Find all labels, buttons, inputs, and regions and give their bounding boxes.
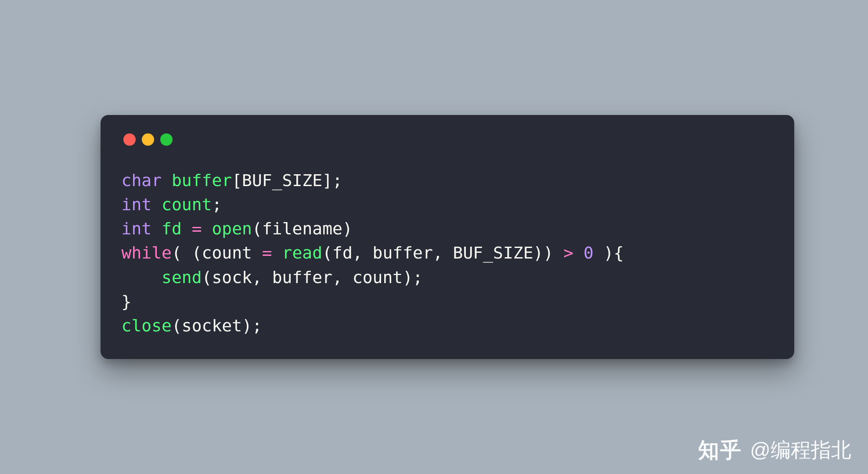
watermark: 知乎 @编程指北 — [698, 436, 851, 464]
keyword-int: int — [122, 195, 152, 214]
brace-close: } — [122, 292, 132, 311]
keyword-int: int — [122, 219, 152, 238]
maximize-icon[interactable] — [160, 133, 173, 146]
watermark-text: @编程指北 — [750, 437, 851, 464]
identifier-filename: filename — [262, 219, 342, 238]
keyword-while: while — [122, 243, 172, 262]
identifier-buffer: buffer — [172, 171, 232, 190]
minimize-icon[interactable] — [142, 133, 154, 146]
identifier-count: count — [162, 195, 212, 214]
function-open: open — [212, 219, 252, 238]
traffic-lights — [122, 133, 773, 146]
function-read: read — [282, 243, 323, 262]
operator-assign: = — [192, 219, 202, 238]
code-block: char buffer[BUF_SIZE]; int count; int fd… — [122, 169, 773, 338]
close-icon[interactable] — [123, 133, 136, 146]
function-send: send — [162, 268, 202, 287]
keyword-char: char — [122, 171, 162, 190]
identifier-bufsize: BUF_SIZE — [242, 171, 322, 190]
operator-assign: = — [262, 243, 272, 262]
watermark-logo: 知乎 — [698, 436, 742, 464]
code-window: char buffer[BUF_SIZE]; int count; int fd… — [101, 115, 794, 359]
operator-gt: > — [563, 243, 573, 262]
number-zero: 0 — [583, 243, 594, 262]
identifier-fd: fd — [162, 219, 182, 238]
function-close: close — [122, 316, 172, 335]
